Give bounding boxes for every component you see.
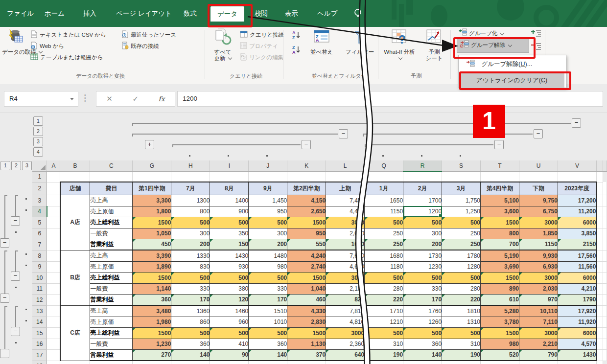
row-level-button-2[interactable]: 2 (11, 161, 21, 170)
item-cell[interactable]: 営業利益 (90, 239, 133, 250)
cell[interactable]: 500 (365, 272, 403, 283)
empty-cell[interactable] (47, 305, 60, 317)
cell[interactable]: 200 (403, 239, 442, 250)
empty-cell[interactable] (603, 294, 607, 305)
empty-cell[interactable] (596, 261, 603, 272)
sort-ascending-button[interactable]: AZ (291, 31, 302, 41)
cell[interactable]: 1680 (365, 250, 403, 261)
cell[interactable]: 140 (171, 349, 210, 361)
cell[interactable]: 1500 (133, 327, 171, 339)
tab-help[interactable]: ヘルプ (317, 0, 337, 27)
empty-cell[interactable] (47, 239, 60, 250)
cell[interactable]: 820 (326, 294, 365, 305)
tab-review[interactable]: 校閲 (255, 0, 268, 27)
empty-cell[interactable] (60, 361, 90, 364)
empty-cell[interactable] (47, 206, 60, 217)
cell[interactable]: 1,890 (133, 261, 171, 272)
empty-cell[interactable] (47, 283, 60, 294)
cell[interactable]: 1700 (403, 195, 442, 206)
cell[interactable]: 17,200 (558, 195, 596, 206)
table-header-cell[interactable]: 下期 (519, 182, 558, 195)
cell[interactable]: 3,480 (133, 305, 171, 317)
cell[interactable]: 500 (403, 272, 442, 283)
formula-input[interactable]: 1200 (177, 91, 603, 107)
cell[interactable]: 5,280 (481, 305, 519, 317)
empty-cell[interactable] (603, 305, 607, 317)
insert-function-icon[interactable]: fx (159, 95, 165, 103)
cell[interactable]: 6,930 (519, 261, 558, 272)
enter-icon[interactable]: ✓ (132, 94, 139, 103)
cell[interactable]: 1710 (365, 305, 403, 317)
cell[interactable]: 1,040 (287, 283, 326, 294)
tab-file[interactable]: ファイル (7, 0, 34, 27)
column-header-K[interactable]: K (287, 160, 326, 171)
cell[interactable]: 280 (442, 283, 481, 294)
edit-links-button[interactable]: リンクの編集 (240, 52, 283, 62)
cell[interactable]: 2,210 (519, 339, 558, 349)
collapse-group-button[interactable]: − (0, 349, 9, 358)
cell[interactable]: 500 (171, 272, 210, 283)
row-header-6[interactable]: 6 (32, 228, 47, 239)
empty-cell[interactable] (442, 171, 481, 182)
empty-cell[interactable] (47, 349, 60, 361)
cell[interactable]: 930 (210, 261, 249, 272)
row-header-12[interactable]: 12 (32, 294, 47, 305)
empty-cell[interactable] (442, 361, 481, 364)
cell[interactable]: 410 (210, 339, 249, 349)
cell[interactable]: 220 (442, 294, 481, 305)
table-header-cell[interactable]: 第1四半期 (133, 182, 171, 195)
cell[interactable]: 3,850 (558, 228, 596, 239)
empty-cell[interactable] (603, 261, 607, 272)
cell[interactable]: 640 (326, 349, 365, 361)
store-name-cell[interactable]: B店 (60, 250, 90, 305)
column-level-button-3[interactable]: 3 (33, 137, 43, 146)
row-header-10[interactable]: 10 (32, 272, 47, 283)
cell[interactable]: 1,980 (133, 317, 171, 327)
store-name-cell[interactable]: C店 (60, 305, 90, 361)
table-header-cell[interactable]: 上期 (326, 182, 365, 195)
store-name-cell[interactable]: A店 (60, 195, 90, 250)
cell[interactable]: 3,780 (481, 317, 519, 327)
cell[interactable]: 1480 (249, 250, 287, 261)
cell[interactable]: 330 (403, 283, 442, 294)
empty-cell[interactable] (47, 250, 60, 261)
refresh-all-button[interactable]: すべて 更新 (209, 28, 237, 62)
formula-bar-drag-handle[interactable]: ••• (84, 94, 86, 103)
cell[interactable]: 380 (210, 283, 249, 294)
empty-cell[interactable] (596, 349, 603, 361)
cell[interactable]: 170 (171, 294, 210, 305)
column-header-I[interactable]: I (210, 160, 249, 171)
tab-page-layout[interactable]: ページ レイアウト (116, 0, 172, 27)
collapse-group-button[interactable]: − (0, 294, 9, 303)
cell[interactable]: 1730 (403, 250, 442, 261)
cell[interactable]: 4,240 (287, 250, 326, 261)
cell[interactable]: 11,920 (558, 317, 596, 327)
empty-cell[interactable] (596, 305, 603, 317)
cell[interactable]: 7,630 (326, 250, 365, 261)
item-cell[interactable]: 売上総利益 (90, 327, 133, 339)
empty-cell[interactable] (47, 182, 60, 195)
item-cell[interactable]: 売上総利益 (90, 217, 133, 228)
sort-button[interactable]: ZA 並べ替え (304, 28, 339, 55)
name-box[interactable]: R4 (4, 91, 78, 107)
empty-cell[interactable] (596, 239, 603, 250)
cell[interactable]: 1,750 (442, 195, 481, 206)
cancel-icon[interactable]: ✕ (106, 94, 113, 103)
empty-cell[interactable] (47, 195, 60, 206)
column-level-button-4[interactable]: 4 (33, 147, 43, 157)
cell[interactable]: 1,130 (287, 339, 326, 349)
cell[interactable]: 6000 (558, 272, 596, 283)
cell[interactable]: 1790 (558, 294, 596, 305)
cell[interactable]: 1260 (403, 317, 442, 327)
cell[interactable]: 610 (481, 294, 519, 305)
show-detail-button[interactable] (531, 29, 542, 39)
empty-cell[interactable] (90, 171, 133, 182)
empty-cell[interactable] (558, 171, 596, 182)
item-cell[interactable]: 売上原価 (90, 261, 133, 272)
cell[interactable]: 950 (287, 228, 326, 239)
cell[interactable]: 1810 (442, 305, 481, 317)
collapse-group-button[interactable]: − (11, 216, 20, 226)
cell[interactable]: 1330 (171, 250, 210, 261)
empty-cell[interactable] (603, 217, 607, 228)
empty-cell[interactable] (60, 171, 90, 182)
